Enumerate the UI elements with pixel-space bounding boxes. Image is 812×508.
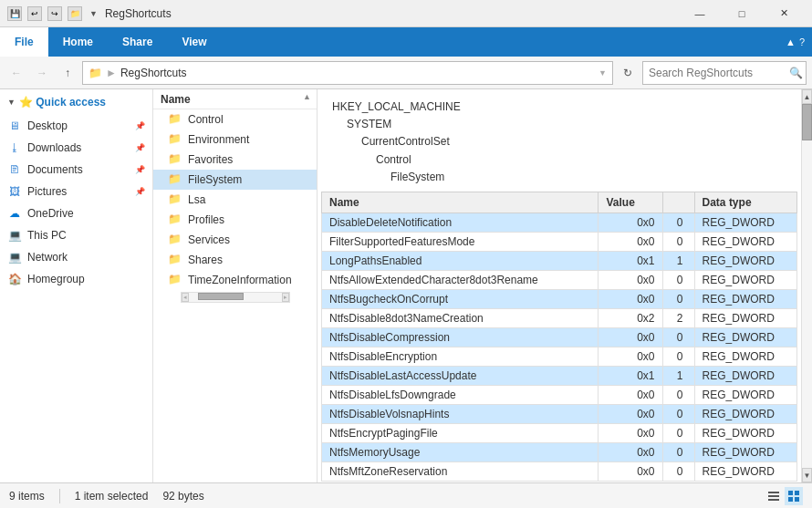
sidebar-item-onedrive[interactable]: ☁ OneDrive	[0, 202, 152, 224]
downloads-icon: ⭳	[7, 140, 22, 155]
table-row[interactable]: FilterSupportedFeaturesMode 0x0 0 REG_DW…	[322, 232, 797, 251]
breadcrumb-current: RegShortcuts	[120, 67, 187, 79]
network-icon: 💻	[7, 250, 22, 264]
view-details-icon[interactable]	[765, 487, 783, 505]
ribbon-tab-file[interactable]: File	[0, 27, 48, 57]
reg-type-cell: REG_DWORD	[694, 404, 796, 423]
file-panel-item-favorites[interactable]: 📁 Favorites	[153, 150, 317, 170]
title-bar: 💾 ↩ ↪ 📁 ▼ RegShortcuts ― □ ✕	[0, 0, 812, 27]
undo-icon[interactable]: ↩	[27, 6, 42, 21]
sidebar-item-pictures[interactable]: 🖼 Pictures 📌	[0, 181, 152, 202]
reg-name-cell: NtfsDisableLastAccessUpdate	[322, 366, 599, 385]
ribbon-tab-share[interactable]: Share	[108, 27, 167, 57]
up-button[interactable]: ↑	[57, 62, 78, 84]
h-scroll-thumb[interactable]	[198, 293, 244, 300]
table-row[interactable]: NtfsMftZoneReservation 0x0 0 REG_DWORD	[322, 461, 797, 481]
title-dropdown-arrow[interactable]: ▼	[89, 9, 98, 18]
reg-value-cell: 0x0	[599, 270, 662, 289]
pictures-icon: 🖼	[7, 184, 22, 199]
col-header-name[interactable]: Name	[322, 192, 599, 213]
folder-icon-favorites: 📁	[168, 152, 182, 167]
reg-type-cell: REG_DWORD	[694, 232, 796, 251]
file-panel-item-filesystem[interactable]: 📁 FileSystem	[153, 170, 317, 190]
breadcrumb-bar[interactable]: 📁 ► RegShortcuts ▼	[82, 61, 613, 85]
scroll-thumb[interactable]	[802, 104, 812, 140]
ribbon-tab-view[interactable]: View	[167, 27, 221, 57]
file-panel-item-timezoneinfo[interactable]: 📁 TimeZoneInformation	[153, 270, 317, 290]
quick-access-header[interactable]: ▼ ⭐ Quick access	[0, 89, 152, 115]
reg-count-cell: 0	[662, 442, 694, 461]
col-header-datatype[interactable]: Data type	[694, 192, 796, 213]
h-scroll-right[interactable]: ▸	[282, 293, 289, 302]
save-icon[interactable]: 💾	[7, 6, 22, 21]
help-icon[interactable]: ?	[799, 36, 805, 47]
registry-table-container[interactable]: Name Value Data type DisableDeleteNotifi…	[321, 192, 797, 482]
file-panel-item-shares[interactable]: 📁 Shares	[153, 250, 317, 270]
homegroup-icon: 🏠	[7, 272, 22, 286]
table-row[interactable]: NtfsDisableEncryption 0x0 0 REG_DWORD	[322, 347, 797, 366]
table-row[interactable]: NtfsMemoryUsage 0x0 0 REG_DWORD	[322, 442, 797, 461]
scroll-down-btn[interactable]: ▼	[802, 468, 812, 482]
close-button[interactable]: ✕	[763, 0, 805, 27]
reg-path-ccs: CurrentControlSet	[332, 133, 786, 150]
ribbon-tab-home[interactable]: Home	[48, 27, 108, 57]
table-row[interactable]: NtfsDisable8dot3NameCreation 0x2 2 REG_D…	[322, 308, 797, 327]
table-row[interactable]: DisableDeleteNotification 0x0 0 REG_DWOR…	[322, 213, 797, 232]
table-row[interactable]: NtfsBugcheckOnCorrupt 0x0 0 REG_DWORD	[322, 289, 797, 308]
minimize-button[interactable]: ―	[679, 0, 721, 27]
onedrive-icon: ☁	[7, 206, 22, 221]
col-header-value[interactable]: Value	[599, 192, 662, 213]
sidebar-item-downloads[interactable]: ⭳ Downloads 📌	[0, 137, 152, 159]
reg-type-cell: REG_DWORD	[694, 308, 796, 327]
sidebar-item-thispc[interactable]: 💻 This PC	[0, 224, 152, 246]
registry-area: HKEY_LOCAL_MACHINE SYSTEM CurrentControl…	[318, 89, 812, 482]
table-row[interactable]: NtfsDisableLfsDowngrade 0x0 0 REG_DWORD	[322, 385, 797, 404]
maximize-button[interactable]: □	[721, 0, 763, 27]
breadcrumb-folder-icon: 📁	[88, 67, 102, 79]
sidebar-label-thispc: This PC	[27, 229, 145, 242]
sidebar-item-documents[interactable]: 🖹 Documents 📌	[0, 159, 152, 181]
reg-count-cell: 0	[662, 404, 694, 423]
sidebar-item-desktop[interactable]: 🖥 Desktop 📌	[0, 115, 152, 137]
refresh-button[interactable]: ↻	[617, 62, 639, 84]
file-panel-item-control[interactable]: 📁 Control	[153, 109, 317, 130]
pin-icon-desktop: 📌	[135, 121, 145, 130]
table-row[interactable]: NtfsDisableCompression 0x0 0 REG_DWORD	[322, 327, 797, 347]
file-panel-item-environment[interactable]: 📁 Environment	[153, 130, 317, 150]
sort-arrow[interactable]: ▲	[303, 92, 311, 101]
table-row[interactable]: NtfsDisableVolsnapHints 0x0 0 REG_DWORD	[322, 404, 797, 423]
file-panel-item-profiles[interactable]: 📁 Profiles	[153, 210, 317, 230]
search-box[interactable]: 🔍	[642, 61, 807, 85]
col-header-count[interactable]	[662, 192, 694, 213]
ribbon-collapse-btn[interactable]: ▲	[786, 36, 796, 47]
back-button[interactable]: ←	[5, 62, 27, 84]
file-panel-item-services[interactable]: 📁 Services	[153, 230, 317, 250]
view-large-icon[interactable]	[785, 487, 803, 505]
file-item-label-shares: Shares	[188, 254, 223, 266]
h-scroll-left[interactable]: ◂	[182, 293, 189, 302]
redo-icon[interactable]: ↪	[47, 6, 62, 21]
file-panel-item-lsa[interactable]: 📁 Lsa	[153, 190, 317, 210]
table-row[interactable]: NtfsDisableLastAccessUpdate 0x1 1 REG_DW…	[322, 366, 797, 385]
scroll-track[interactable]	[802, 104, 812, 468]
reg-type-cell: REG_DWORD	[694, 213, 796, 232]
search-input[interactable]	[649, 67, 786, 79]
breadcrumb-expand-icon[interactable]: ▼	[599, 68, 607, 78]
sidebar-item-network[interactable]: 💻 Network	[0, 246, 152, 268]
name-column-header: Name	[161, 93, 191, 106]
reg-name-cell: NtfsDisableEncryption	[322, 347, 599, 366]
folder-icon-filesystem: 📁	[168, 172, 182, 187]
vertical-scrollbar[interactable]: ▲ ▼	[801, 89, 812, 482]
window-title: RegShortcuts	[105, 7, 679, 20]
horizontal-scroll-area[interactable]: ◂ ▸	[153, 290, 317, 305]
scroll-up-btn[interactable]: ▲	[802, 89, 812, 104]
folder-icon[interactable]: 📁	[68, 6, 82, 21]
reg-name-cell: NtfsDisable8dot3NameCreation	[322, 308, 599, 327]
table-row[interactable]: NtfsEncryptPagingFile 0x0 0 REG_DWORD	[322, 423, 797, 442]
table-row[interactable]: LongPathsEnabled 0x1 1 REG_DWORD	[322, 251, 797, 270]
sidebar-item-homegroup[interactable]: 🏠 Homegroup	[0, 268, 152, 290]
reg-name-cell: NtfsDisableVolsnapHints	[322, 404, 599, 423]
table-row[interactable]: NtfsAllowExtendedCharacter8dot3Rename 0x…	[322, 270, 797, 289]
status-selected-info: 1 item selected	[75, 490, 149, 503]
forward-button[interactable]: →	[31, 62, 53, 84]
